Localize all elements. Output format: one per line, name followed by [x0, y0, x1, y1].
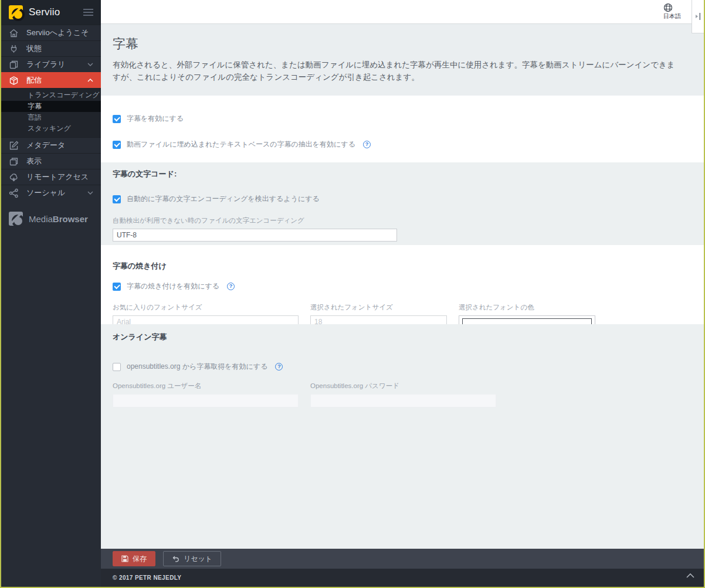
section-burnin: 字幕の焼き付け 字幕の焼き付けを有効にする お気に入りのフォントサイズ 選択され…: [101, 245, 704, 324]
globe-icon: [663, 3, 681, 12]
library-icon: [9, 60, 19, 70]
font-name-label: お気に入りのフォントサイズ: [113, 303, 299, 312]
opensubtitles-username-input[interactable]: [113, 394, 299, 407]
font-size-label: 選択されたフォントサイズ: [310, 303, 447, 312]
share-icon: [9, 188, 19, 198]
chevron-up-icon: [686, 573, 694, 578]
sidebar-item-library[interactable]: ライブラリ: [1, 56, 101, 72]
delivery-submenu: トランスコーディング 字幕 言語 スタッキング: [1, 88, 101, 137]
collapse-panel-toggle[interactable]: [692, 0, 704, 33]
sidebar-item-presentation[interactable]: 表示: [1, 153, 101, 169]
sidebar-item-welcome[interactable]: Serviioへようこそ: [1, 25, 101, 40]
page-header: 字幕 有効化されると、外部ファイルに保管された、または動画ファイルに埋め込まれた…: [101, 24, 704, 96]
chevron-up-icon: [87, 79, 93, 82]
mediabrowser-logo-icon: [9, 212, 23, 226]
page-title: 字幕: [113, 35, 682, 53]
mediabrowser-label: MediaBrowser: [29, 214, 88, 224]
font-color-label: 選択されたフォントの色: [459, 303, 595, 312]
auto-detect-encoding-checkbox[interactable]: [113, 195, 121, 203]
submenu-item-transcoding[interactable]: トランスコーディング: [1, 90, 101, 101]
section-online: オンライン字幕 opensubtitles.org から字幕取得を有効にする O…: [101, 324, 704, 549]
page-description: 有効化されると、外部ファイルに保管された、または動画ファイルに埋め込まれた字幕が…: [113, 59, 682, 84]
sidebar-item-status[interactable]: 状態: [1, 40, 101, 56]
help-icon[interactable]: [363, 141, 371, 148]
action-bar: 保存 リセット: [101, 549, 704, 569]
scroll-to-top-button[interactable]: [686, 573, 694, 578]
package-icon: [9, 76, 19, 86]
sidebar-item-label: 配信: [26, 75, 42, 86]
footer: © 2017 PETR NEJEDLY: [101, 569, 704, 587]
sidebar-item-metadata[interactable]: メタデータ: [1, 137, 101, 153]
enable-subtitles-checkbox[interactable]: [113, 115, 121, 123]
top-toolbar: 日本語: [101, 0, 704, 24]
opensubtitles-username-label: Opensubtitles.org ユーザー名: [113, 382, 299, 390]
home-icon: [9, 28, 19, 38]
opensubtitles-password-input[interactable]: [310, 394, 496, 407]
opensubtitles-password-label: Opensubtitles.org パスワード: [310, 382, 496, 390]
sidebar-item-label: ライブラリ: [26, 59, 66, 70]
online-heading: オンライン字幕: [113, 332, 704, 342]
sidebar-item-social[interactable]: ソーシャル: [1, 185, 101, 200]
sidebar-item-label: Serviioへようこそ: [26, 28, 89, 38]
sidebar-item-label: リモートアクセス: [26, 172, 89, 182]
enable-opensubtitles-label: opensubtitles.org から字幕取得を有効にする: [127, 362, 267, 372]
serviio-logo-icon: [9, 5, 23, 19]
reset-button[interactable]: リセット: [163, 551, 221, 566]
sidebar-item-remote-access[interactable]: リモートアクセス: [1, 169, 101, 185]
sidebar-item-label: 状態: [26, 43, 42, 54]
main-area: 日本語 字幕 有効化されると、外部ファイルに保管された、または動画ファイルに埋め…: [101, 0, 704, 587]
section-encoding: 字幕の文字コード: 自動的に字幕の文字エンコーディングを検出するようにする 自動…: [101, 162, 704, 245]
hamburger-menu-icon[interactable]: [83, 5, 93, 19]
submenu-item-stacking[interactable]: スタッキング: [1, 123, 101, 134]
help-icon[interactable]: [227, 283, 235, 290]
extract-embedded-checkbox[interactable]: [113, 141, 121, 149]
sidebar-header: Serviio: [1, 0, 101, 25]
language-label: 日本語: [663, 12, 681, 21]
save-floppy-icon: [121, 555, 128, 562]
encoding-heading: 字幕の文字コード:: [113, 169, 704, 179]
burnin-heading: 字幕の焼き付け: [113, 261, 704, 271]
sidebar-item-label: 表示: [26, 156, 42, 166]
plug-icon: [9, 44, 19, 54]
fallback-encoding-label: 自動検出が利用できない時のファイルの文字エンコーディング: [113, 216, 704, 225]
sidebar-item-label: ソーシャル: [26, 188, 65, 198]
sidebar-item-delivery[interactable]: 配信: [1, 72, 101, 88]
edit-icon: [9, 141, 19, 151]
save-button[interactable]: 保存: [113, 551, 155, 566]
sidebar-item-label: メタデータ: [26, 140, 65, 151]
section-general: 字幕を有効にする 動画ファイルに埋め込まれたテキストベースの字幕の抽出を有効にす…: [101, 96, 704, 162]
chevron-down-icon: [87, 63, 93, 66]
mediabrowser-link[interactable]: MediaBrowser: [1, 212, 101, 226]
copyright-text: © 2017 PETR NEJEDLY: [113, 575, 181, 581]
collapse-left-icon: [694, 12, 701, 21]
help-icon[interactable]: [275, 363, 283, 371]
reset-arrow-icon: [172, 555, 179, 562]
brand-name: Serviio: [29, 6, 60, 18]
extract-embedded-label: 動画ファイルに埋め込まれたテキストベースの字幕の抽出を有効にする: [127, 140, 355, 149]
layers-icon: [9, 157, 19, 166]
submenu-item-language[interactable]: 言語: [1, 112, 101, 123]
submenu-item-subtitles[interactable]: 字幕: [1, 101, 101, 112]
auto-detect-encoding-label: 自動的に字幕の文字エンコーディングを検出するようにする: [127, 194, 320, 204]
sidebar: Serviio Serviioへようこそ 状態 ライブラリ 配信 トランスコ: [1, 0, 101, 587]
enable-burnin-label: 字幕の焼き付けを有効にする: [127, 281, 219, 291]
cloud-icon: [9, 172, 19, 182]
chevron-down-icon: [87, 191, 93, 195]
fallback-encoding-input[interactable]: [113, 229, 397, 242]
enable-burnin-checkbox[interactable]: [113, 283, 121, 291]
language-switcher[interactable]: 日本語: [663, 3, 681, 21]
enable-subtitles-label: 字幕を有効にする: [127, 114, 184, 124]
enable-opensubtitles-checkbox[interactable]: [113, 363, 121, 371]
